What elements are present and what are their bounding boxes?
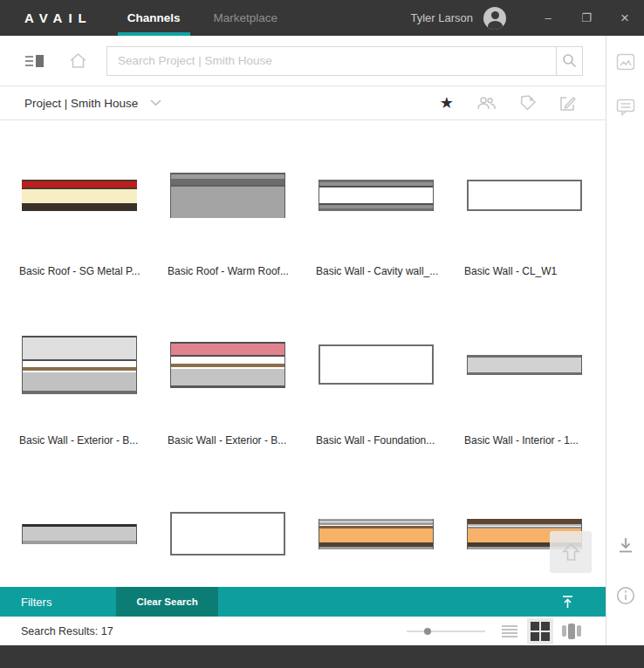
wall-section-preview (467, 180, 582, 211)
titlebar-tabs: Channels Marketplace (127, 0, 277, 36)
item-thumbnail[interactable] (17, 469, 148, 587)
grid-item[interactable] (17, 469, 148, 587)
avatar-head (491, 11, 499, 19)
item-thumbnail[interactable] (17, 131, 148, 260)
scroll-to-top-button[interactable] (550, 531, 592, 573)
panel-toggle-icon[interactable] (24, 53, 45, 69)
item-thumbnail[interactable] (166, 469, 297, 587)
item-thumbnail[interactable] (462, 300, 593, 429)
favorite-star-icon[interactable]: ★ (440, 95, 454, 111)
maximize-button[interactable]: ❐ (567, 0, 606, 36)
app-body: Project | Smith House ★ (0, 36, 644, 645)
tag-icon[interactable] (519, 94, 537, 112)
collaborators-icon[interactable] (476, 97, 497, 110)
search-results-count: Search Results: 17 (21, 625, 113, 637)
grid-item[interactable]: Basic Wall - Foundation... (314, 300, 445, 469)
toolbar (0, 36, 606, 86)
project-header: Project | Smith House ★ (0, 86, 606, 120)
close-button[interactable]: × (606, 0, 644, 36)
grid-item[interactable]: Basic Roof - SG Metal P... (17, 131, 148, 300)
item-thumbnail[interactable] (166, 300, 297, 429)
grid-item-label: Basic Roof - SG Metal P... (17, 265, 148, 277)
main-column: Project | Smith House ★ (0, 36, 606, 645)
slider-knob[interactable] (424, 628, 431, 635)
item-thumbnail[interactable] (314, 300, 445, 429)
grid-item-label: Basic Wall - Cavity wall_... (314, 265, 445, 277)
tab-channels[interactable]: Channels (127, 0, 181, 36)
info-icon[interactable] (616, 586, 635, 609)
results-grid: Basic Roof - SG Metal P...Basic Roof - W… (0, 120, 606, 587)
wall-section-preview (319, 344, 434, 385)
filters-label: Filters (21, 596, 51, 609)
wall-section-preview (22, 524, 137, 544)
grid-item[interactable] (314, 469, 445, 587)
carousel-view-icon[interactable] (562, 624, 581, 639)
search-bar (106, 46, 583, 76)
wall-section-preview (170, 512, 285, 556)
wall-section-preview (170, 342, 285, 388)
grid-item[interactable]: Basic Wall - Interior - 1... (462, 300, 593, 469)
item-thumbnail[interactable] (166, 131, 297, 260)
wall-section-preview (319, 180, 434, 211)
grid-item[interactable]: Basic Wall - Exterior - B... (166, 300, 297, 469)
grid-item-label: Basic Wall - Exterior - B... (17, 434, 148, 446)
user-name[interactable]: Tyler Larson (410, 11, 473, 24)
grid-item-label: Basic Roof - Warm Roof... (166, 265, 297, 277)
up-arrow-icon (561, 542, 581, 562)
project-actions: ★ (440, 94, 576, 112)
window-bottom-strip (0, 645, 644, 668)
thumbnail-size-slider[interactable] (407, 627, 485, 636)
minimize-button[interactable]: – (529, 0, 567, 36)
project-dropdown-chevron-icon[interactable] (150, 99, 161, 106)
grid-item-label: Basic Wall - CL_W1 (462, 265, 593, 277)
grid-item[interactable] (166, 469, 297, 587)
wall-section-preview (170, 173, 285, 218)
grid-item[interactable]: Basic Roof - Warm Roof... (166, 131, 297, 300)
grid-item-label: Basic Wall - Foundation... (314, 434, 445, 446)
grid-item-label: Basic Wall - Exterior - B... (166, 434, 297, 446)
slider-track (407, 631, 485, 632)
grid-item[interactable]: Basic Wall - CL_W1 (462, 131, 593, 300)
search-icon (562, 53, 577, 68)
right-sidebar (606, 36, 644, 645)
item-thumbnail[interactable] (314, 469, 445, 587)
grid-view-icon[interactable] (527, 618, 553, 644)
user-avatar-icon[interactable] (483, 7, 506, 30)
grid-item[interactable]: Basic Wall - Exterior - B... (17, 300, 148, 469)
item-thumbnail[interactable] (314, 131, 445, 260)
titlebar-right: Tyler Larson – ❐ × (410, 0, 644, 36)
avail-window: AVAIL Channels Marketplace Tyler Larson … (0, 0, 644, 668)
results-grid-area: Basic Roof - SG Metal P...Basic Roof - W… (0, 120, 606, 587)
list-view-icon[interactable] (501, 624, 518, 638)
avatar-torso (488, 21, 503, 30)
wall-section-preview (319, 519, 434, 549)
search-button[interactable] (556, 47, 582, 75)
download-icon[interactable] (617, 536, 634, 557)
titlebar: AVAIL Channels Marketplace Tyler Larson … (0, 0, 644, 36)
preview-image-icon[interactable] (616, 53, 635, 74)
tab-marketplace[interactable]: Marketplace (214, 0, 278, 36)
item-thumbnail[interactable] (462, 131, 593, 260)
item-thumbnail[interactable] (17, 300, 148, 429)
collapse-filters-icon[interactable] (561, 595, 574, 610)
wall-section-preview (22, 180, 137, 211)
home-icon[interactable] (69, 52, 87, 69)
grid-item-label: Basic Wall - Interior - 1... (462, 434, 593, 446)
status-bar: Search Results: 17 (0, 617, 606, 645)
comments-icon[interactable] (616, 99, 635, 119)
search-input[interactable] (107, 47, 556, 75)
edit-icon[interactable] (559, 95, 576, 112)
filters-bar: Filters Clear Search (0, 587, 606, 617)
wall-section-preview (467, 355, 582, 375)
wall-section-preview (22, 336, 137, 394)
project-title: Project | Smith House (24, 97, 138, 110)
avail-logo: AVAIL (24, 10, 92, 25)
clear-search-button[interactable]: Clear Search (116, 587, 217, 617)
grid-item[interactable]: Basic Wall - Cavity wall_... (314, 131, 445, 300)
